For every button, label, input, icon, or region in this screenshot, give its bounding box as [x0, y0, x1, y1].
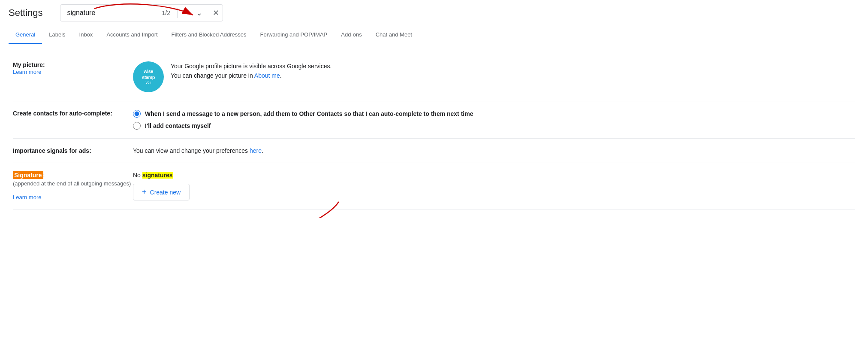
radio-group-contacts: When I send a message to a new person, a… — [133, 110, 473, 130]
create-contacts-label: Create contacts for auto-complete: — [13, 110, 133, 117]
radio-item-manual[interactable]: I'll add contacts myself — [133, 122, 473, 130]
search-prev-button[interactable]: ⌃ — [179, 6, 193, 20]
profile-section: wise stamp vcii Your Google profile pict… — [133, 61, 332, 92]
my-picture-value: wise stamp vcii Your Google profile pict… — [133, 61, 855, 92]
radio-auto-label: When I send a message to a new person, a… — [145, 110, 473, 117]
signature-learn-more[interactable]: Learn more — [13, 194, 41, 200]
about-me-link[interactable]: About me — [254, 72, 280, 79]
search-input[interactable] — [60, 9, 155, 17]
tab-accounts[interactable]: Accounts and Import — [99, 26, 164, 44]
tab-filters[interactable]: Filters and Blocked Addresses — [165, 26, 253, 44]
signatures-highlighted: signatures — [142, 172, 173, 179]
avatar-text-vcii: vcii — [146, 80, 151, 85]
search-bar[interactable]: 1/2 ⌃ ⌄ ✕ — [60, 4, 223, 21]
plus-icon: + — [142, 188, 147, 197]
tab-inbox[interactable]: Inbox — [72, 26, 100, 44]
signature-label-wrap: Signature: (appended at the end of all o… — [13, 172, 133, 200]
create-new-button[interactable]: + Create new — [133, 184, 190, 200]
avatar-text-stamp: stamp — [142, 74, 155, 80]
search-navigation: ⌃ ⌄ — [178, 6, 208, 20]
radio-item-auto[interactable]: When I send a message to a new person, a… — [133, 110, 473, 118]
tab-general[interactable]: General — [9, 26, 42, 44]
importance-signals-value: You can view and change your preferences… — [133, 147, 855, 154]
avatar[interactable]: wise stamp vcii — [133, 61, 164, 92]
my-picture-row: My picture: Learn more wise stamp vcii Y… — [13, 53, 855, 101]
importance-signals-text: You can view and change your preferences… — [133, 147, 263, 154]
settings-page: Settings 1/2 ⌃ ⌄ ✕ General Labels Inbo — [0, 0, 868, 218]
signature-value: No signatures + Create new — [133, 172, 855, 200]
arrow-annotation-bottom — [253, 197, 347, 218]
tab-labels[interactable]: Labels — [42, 26, 72, 44]
no-signatures-section: No signatures + Create new — [133, 172, 190, 200]
tab-chat[interactable]: Chat and Meet — [369, 26, 419, 44]
create-new-label: Create new — [150, 189, 181, 196]
signature-sub-label: (appended at the end of all outgoing mes… — [13, 180, 133, 187]
header: Settings 1/2 ⌃ ⌄ ✕ — [0, 0, 868, 26]
profile-info: Your Google profile picture is visible a… — [171, 61, 332, 81]
tabs-container: General Labels Inbox Accounts and Import… — [0, 26, 868, 44]
importance-signals-label: Importance signals for ads: — [13, 147, 133, 154]
create-contacts-value: When I send a message to a new person, a… — [133, 110, 855, 130]
create-contacts-row: Create contacts for auto-complete: When … — [13, 101, 855, 139]
search-count: 1/2 — [155, 9, 177, 16]
search-close-button[interactable]: ✕ — [209, 6, 223, 20]
search-next-button[interactable]: ⌄ — [193, 6, 206, 20]
importance-signals-row: Importance signals for ads: You can view… — [13, 139, 855, 163]
radio-manual[interactable] — [133, 122, 141, 130]
importance-here-link[interactable]: here — [250, 147, 262, 154]
avatar-text-wise: wise — [144, 68, 153, 74]
my-picture-label: My picture: Learn more — [13, 61, 133, 75]
my-picture-learn-more[interactable]: Learn more — [13, 69, 41, 75]
signature-row: Signature: (appended at the end of all o… — [13, 163, 855, 209]
radio-manual-label: I'll add contacts myself — [145, 122, 211, 129]
tab-addons[interactable]: Add-ons — [334, 26, 368, 44]
page-title: Settings — [9, 7, 43, 18]
no-signatures-text: No signatures — [133, 172, 173, 179]
tab-forwarding[interactable]: Forwarding and POP/IMAP — [253, 26, 334, 44]
signature-label-highlight: Signature — [13, 171, 43, 179]
radio-auto[interactable] — [133, 110, 141, 118]
settings-content: My picture: Learn more wise stamp vcii Y… — [0, 44, 868, 218]
